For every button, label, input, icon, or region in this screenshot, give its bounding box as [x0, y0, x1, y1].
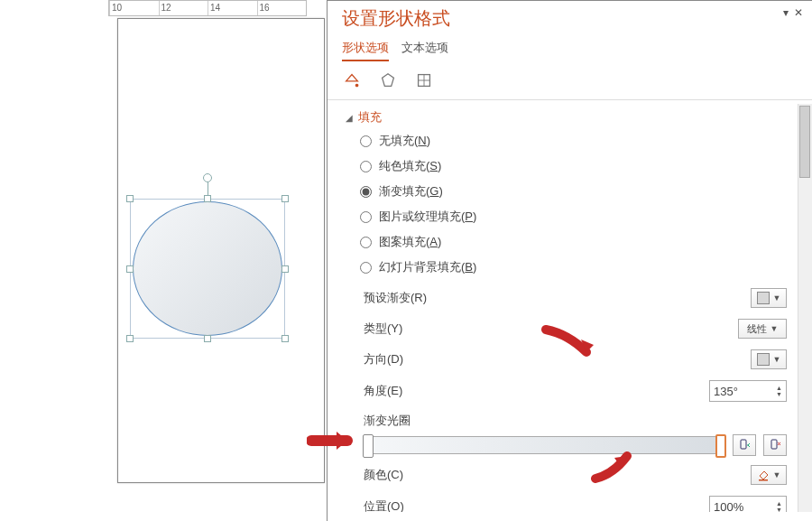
ruler-tick: 12	[161, 3, 171, 13]
fill-line-category-icon[interactable]	[342, 70, 362, 90]
rotate-handle[interactable]	[203, 173, 212, 182]
radio-slidebg-fill[interactable]: 幻灯片背景填充(B)	[360, 259, 812, 275]
annotation-arrow	[586, 447, 641, 483]
spin-down-icon[interactable]: ▼	[776, 507, 782, 512]
angle-input[interactable]: 135°▲▼	[709, 380, 787, 402]
selection-outline	[130, 199, 285, 339]
format-shape-pane: 设置形状格式 ▾ ✕ 形状选项 文本选项 ◢ 填充 无填充(N) 纯色填充(S)…	[327, 0, 812, 521]
radio-picture-fill[interactable]: 图片或纹理填充(P)	[360, 209, 812, 225]
gradient-stop[interactable]	[363, 434, 374, 458]
size-properties-category-icon[interactable]	[414, 70, 434, 90]
resize-handle[interactable]	[281, 335, 289, 342]
resize-handle[interactable]	[204, 335, 211, 342]
label-position: 位置(O)	[364, 498, 709, 512]
spin-down-icon[interactable]: ▼	[776, 391, 782, 397]
resize-handle[interactable]	[281, 195, 289, 202]
resize-handle[interactable]	[204, 195, 211, 202]
tab-shape-options[interactable]: 形状选项	[342, 40, 389, 61]
label-angle: 角度(E)	[364, 383, 709, 399]
gradient-stop-selected[interactable]	[715, 434, 726, 458]
remove-stop-button[interactable]	[763, 434, 787, 456]
radio-pattern-fill[interactable]: 图案填充(A)	[360, 234, 812, 250]
svg-rect-4	[741, 440, 746, 449]
add-stop-button[interactable]	[733, 434, 756, 456]
ruler-tick: 16	[260, 3, 270, 13]
gradient-type-dropdown[interactable]: 线性▼	[738, 319, 787, 339]
radio-gradient-fill[interactable]: 渐变填充(G)	[360, 183, 812, 200]
resize-handle[interactable]	[126, 195, 134, 202]
pane-scrollbar[interactable]	[798, 104, 812, 512]
resize-handle[interactable]	[281, 265, 289, 273]
ruler-tick: 14	[210, 3, 220, 13]
effects-category-icon[interactable]	[378, 70, 398, 90]
selected-shape[interactable]	[130, 199, 285, 339]
resize-handle[interactable]	[126, 335, 134, 342]
collapse-icon[interactable]: ◢	[346, 113, 353, 123]
radio-no-fill[interactable]: 无填充(N)	[360, 133, 812, 149]
section-fill-title[interactable]: 填充	[358, 109, 382, 126]
label-gradient-stops: 渐变光圈	[333, 407, 812, 431]
stop-color-dropdown[interactable]: ▼	[751, 465, 787, 485]
tab-text-options[interactable]: 文本选项	[401, 40, 448, 61]
gradient-direction-dropdown[interactable]: ▼	[751, 349, 787, 369]
svg-marker-0	[383, 74, 394, 87]
pane-title: 设置形状格式	[342, 6, 798, 31]
resize-handle[interactable]	[126, 265, 134, 273]
close-icon[interactable]: ✕	[794, 6, 803, 19]
svg-rect-6	[759, 479, 768, 481]
label-color: 颜色(C)	[364, 467, 751, 483]
spin-up-icon[interactable]: ▲	[776, 500, 782, 507]
position-input[interactable]: 100%▲▼	[709, 496, 787, 512]
slide-canvas-area: 10 12 14 16	[0, 0, 325, 521]
annotation-arrow	[307, 423, 361, 459]
gradient-stops-track[interactable]	[364, 436, 725, 454]
pane-tabs: 形状选项 文本选项	[328, 31, 812, 61]
radio-solid-fill[interactable]: 纯色填充(S)	[360, 158, 812, 174]
ruler-tick: 10	[112, 3, 122, 13]
preset-gradient-dropdown[interactable]: ▼	[751, 288, 787, 308]
svg-rect-5	[771, 440, 777, 449]
label-preset-gradient: 预设渐变(R)	[364, 290, 751, 306]
paint-bucket-icon	[757, 469, 770, 481]
pane-dropdown-icon[interactable]: ▾	[783, 6, 789, 19]
scrollbar-thumb[interactable]	[799, 106, 810, 178]
spin-up-icon[interactable]: ▲	[776, 385, 782, 391]
annotation-arrow	[541, 325, 595, 361]
ruler-horizontal: 10 12 14 16	[108, 0, 307, 16]
